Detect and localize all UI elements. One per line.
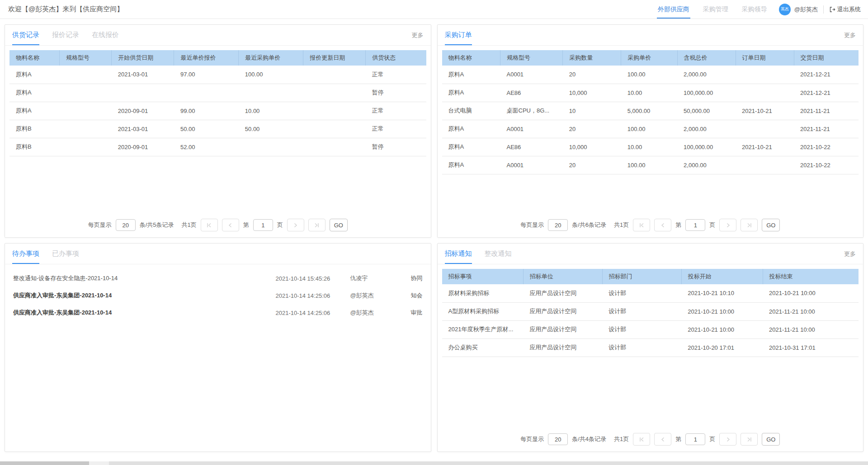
table-row[interactable]: 台式电脑 桌面CPU，8G... 10 5,000.00 50,000.00 2… (442, 102, 859, 120)
cell-spec: 桌面CPU，8G... (500, 102, 563, 120)
page-number-input[interactable] (685, 219, 705, 231)
table-row[interactable]: A型原材料采购招标 应用产品设计空间 设计部 2021-10-21 10:00 … (442, 302, 859, 320)
column-header: 规格型号 (60, 50, 112, 66)
tab-done-items[interactable]: 已办事项 (52, 244, 79, 264)
page-number-input[interactable] (253, 219, 273, 231)
table-row[interactable]: 原料A A0001 20 100.00 2,000.00 2021-10-22 (442, 156, 859, 174)
cell-recent-price: 100.00 (239, 66, 303, 84)
per-page-label: 每页显示 (88, 221, 112, 229)
next-page-button[interactable] (719, 219, 736, 231)
column-header: 投标开始 (681, 269, 763, 284)
last-page-button[interactable] (308, 219, 326, 231)
table-row[interactable]: 原料A 2020-09-01 99.00 10.00 正常 (9, 102, 426, 120)
first-page-button[interactable] (633, 433, 650, 446)
go-button[interactable]: GO (762, 433, 780, 446)
tab-rectification-notice[interactable]: 整改通知 (485, 244, 512, 264)
page-size-input[interactable] (548, 219, 568, 231)
column-header: 订单日期 (736, 50, 794, 66)
next-page-button[interactable] (287, 219, 304, 231)
cell-unit-price: 100.00 (621, 156, 677, 174)
nav-item-purchase-leader[interactable]: 采购领导 (742, 0, 767, 19)
cell-supply-status: 正常 (366, 102, 426, 120)
tab-supply-records[interactable]: 供货记录 (12, 25, 39, 45)
cell-unit-price: 10.00 (621, 84, 677, 102)
avatar[interactable]: 英杰 (779, 4, 791, 15)
page-number-input[interactable] (685, 433, 705, 445)
table-row[interactable]: 原材料采购招标 应用产品设计空间 设计部 2021-10-21 10:10 20… (442, 284, 859, 302)
table-row[interactable]: 原料A AE86 10,000 10.00 100,000.00 2021-10… (442, 138, 859, 156)
table-row[interactable]: 原料A AE86 10,000 10.00 100,000.00 2021-12… (442, 84, 859, 102)
records-label: 条/共5条记录 (140, 221, 174, 229)
table-row[interactable]: 原料B 2021-03-01 50.00 50.00 正常 (9, 120, 426, 138)
top-bar: 欢迎【@彭英杰】来到【供应商空间】 外部供应商 采购管理 采购领导 英杰 @彭英… (0, 0, 868, 19)
nav-item-purchase-management[interactable]: 采购管理 (703, 0, 728, 19)
cell-start-date: 2020-09-01 (112, 102, 174, 120)
table-row[interactable]: 原料A 2021-03-01 97.00 100.00 正常 (9, 66, 426, 84)
scrollbar-thumb[interactable] (0, 461, 89, 465)
nav-item-external-supplier[interactable]: 外部供应商 (658, 0, 689, 19)
table-row[interactable]: 原料B 2020-09-01 52.00 暂停 (9, 138, 426, 156)
table-row[interactable]: 2021年度秋季生产原材... 应用产品设计空间 设计部 2021-10-21 … (442, 320, 859, 338)
cell-quote-update-date (303, 102, 366, 120)
table-row[interactable]: 原料A 暂停 (9, 84, 426, 102)
tab-online-quote[interactable]: 在线报价 (92, 25, 119, 45)
next-page-button[interactable] (719, 433, 736, 446)
tab-purchase-orders[interactable]: 采购订单 (445, 25, 472, 45)
cell-delivery-date: 2021-11-21 (794, 120, 859, 138)
tab-todo-items[interactable]: 待办事项 (12, 244, 39, 264)
table-row[interactable]: 原料A A0001 20 100.00 2,000.00 2021-12-21 (442, 66, 859, 84)
prev-page-button[interactable] (654, 433, 671, 446)
orders-table-header: 物料名称规格型号采购数量采购单价含税总价订单日期交货日期 (442, 50, 859, 66)
page-unit-label: 页 (709, 221, 715, 229)
page-prefix-label: 第 (675, 435, 681, 443)
table-row[interactable]: 办公桌购买 应用产品设计空间 设计部 2021-10-20 17:01 2021… (442, 338, 859, 357)
todo-type-badge: 协同 (402, 274, 423, 282)
todo-item[interactable]: 供应商准入审批-东吴集团-2021-10-14 2021-10-14 14:25… (5, 304, 431, 321)
tab-bidding-notice[interactable]: 招标通知 (445, 244, 472, 264)
cell-material: 原料A (442, 84, 500, 102)
todo-item[interactable]: 整改通知-设备存在安全隐患-2021-10-14 2021-10-14 15:4… (5, 270, 431, 287)
cell-bid-department: 设计部 (602, 302, 681, 320)
cell-bid-subject: 原材料采购招标 (442, 284, 524, 302)
bidding-more-link[interactable]: 更多 (844, 250, 856, 258)
tab-quote-records[interactable]: 报价记录 (52, 25, 79, 45)
prev-page-button[interactable] (654, 219, 671, 231)
cell-bid-end: 2021-10-31 17:01 (763, 338, 859, 357)
logout-button[interactable]: 退出系统 (829, 5, 861, 14)
prev-page-button[interactable] (222, 219, 239, 231)
cell-start-date: 2020-09-01 (112, 138, 174, 156)
first-page-button[interactable] (201, 219, 218, 231)
orders-more-link[interactable]: 更多 (844, 31, 856, 39)
page-size-input[interactable] (548, 433, 568, 445)
cell-start-date: 2021-03-01 (112, 120, 174, 138)
cell-spec (60, 84, 112, 102)
last-page-button[interactable] (741, 219, 758, 231)
last-page-icon (747, 223, 752, 228)
column-header: 投标结束 (763, 269, 859, 284)
supply-tabs: 供货记录 报价记录 在线报价 (12, 25, 119, 45)
supply-more-link[interactable]: 更多 (412, 31, 424, 39)
go-button[interactable]: GO (330, 219, 348, 231)
bidding-tabs: 招标通知 整改通知 (445, 244, 512, 264)
page-prefix-label: 第 (243, 221, 249, 229)
cell-spec: A0001 (500, 156, 563, 174)
last-page-button[interactable] (741, 433, 758, 446)
cell-bid-unit: 应用产品设计空间 (523, 320, 602, 338)
cell-order-date: 2021-10-21 (736, 138, 794, 156)
page-size-input[interactable] (116, 219, 136, 231)
todo-item[interactable]: 供应商准入审批-东吴集团-2021-10-14 2021-10-14 14:25… (5, 287, 431, 304)
cell-total-price: 100,000.00 (677, 138, 736, 156)
cell-bid-end: 2021-10-21 10:00 (763, 284, 859, 302)
horizontal-scrollbar[interactable] (0, 461, 868, 465)
cell-order-date (736, 120, 794, 138)
cell-recent-quote: 99.00 (174, 102, 239, 120)
cell-quote-update-date (303, 120, 366, 138)
cell-recent-price (239, 138, 303, 156)
nav-label: 外部供应商 (658, 5, 689, 14)
cell-material: 原料A (9, 66, 60, 84)
go-button[interactable]: GO (762, 219, 780, 231)
top-nav: 外部供应商 采购管理 采购领导 (658, 0, 767, 19)
first-page-button[interactable] (633, 219, 650, 231)
table-row[interactable]: 原料A A0001 20 100.00 2,000.00 2021-11-21 (442, 120, 859, 138)
records-label: 条/共6条记录 (572, 221, 606, 229)
